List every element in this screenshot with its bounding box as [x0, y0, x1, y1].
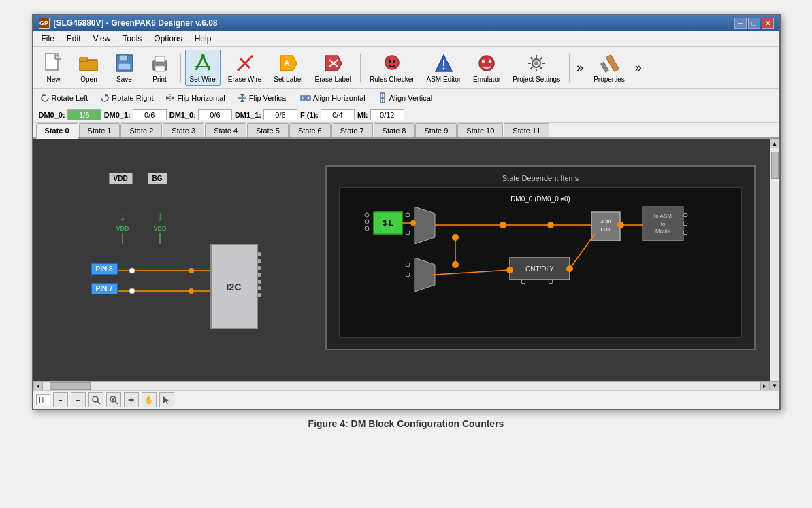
more-button[interactable]: »	[574, 58, 586, 78]
status-dm11: DM1_1: 0/6	[235, 109, 297, 120]
pin8-block[interactable]: PIN 8	[91, 263, 118, 275]
pin7-block[interactable]: PIN 7	[91, 283, 118, 294]
i2c-block[interactable]: I2C	[210, 244, 258, 329]
status-dm10: DM1_0: 0/6	[169, 109, 232, 120]
zoom-plus-button[interactable]: +	[71, 392, 86, 407]
canvas-area[interactable]: ↓ VDD ↓ VDD	[33, 139, 779, 390]
tab-state6[interactable]: State 6	[289, 123, 331, 137]
title-bar: GP [SLG46880V] - GreenPAK6 Designer v.6.…	[33, 15, 779, 31]
emulator-icon	[476, 52, 498, 74]
fliphorizontal-button[interactable]: Flip Horizontal	[163, 92, 227, 104]
svg-point-82	[365, 213, 369, 217]
maximize-button[interactable]: □	[748, 18, 760, 29]
eraselabel-icon	[322, 52, 344, 74]
zoom-in-button[interactable]	[106, 392, 121, 407]
svg-rect-11	[155, 66, 165, 71]
erasewire-button[interactable]: Erase Wire	[223, 50, 266, 86]
svg-point-62	[129, 288, 135, 294]
menu-view[interactable]: View	[88, 33, 116, 45]
open-button[interactable]: Open	[73, 50, 105, 86]
tab-state9[interactable]: State 9	[415, 123, 457, 137]
open-icon	[78, 52, 100, 74]
tab-state3[interactable]: State 3	[163, 123, 204, 137]
vdd-label-1: VDD	[109, 173, 133, 184]
asmeditor-button[interactable]: ASM Editor	[422, 50, 466, 86]
ruleschecker-label: Rules Checker	[370, 75, 415, 83]
rotateleft-button[interactable]: Rotate Left	[37, 92, 91, 104]
setlabel-button[interactable]: A Set Label	[269, 50, 307, 86]
rotateright-button[interactable]: Rotate Right	[97, 92, 156, 104]
scroll-right-button[interactable]: ►	[760, 382, 770, 391]
vertical-scroll-thumb[interactable]	[771, 152, 779, 179]
flipvertical-button[interactable]: Flip Vertical	[235, 92, 291, 104]
setwire-icon	[192, 52, 214, 74]
tab-state1[interactable]: State 1	[79, 123, 120, 137]
tab-state0[interactable]: State 0	[36, 123, 78, 139]
tab-state5[interactable]: State 5	[247, 123, 289, 137]
svg-point-83	[365, 220, 369, 224]
svg-marker-42	[240, 99, 244, 102]
new-button[interactable]: New	[37, 50, 70, 86]
zoom-reset-button[interactable]	[88, 392, 103, 407]
svg-marker-90	[415, 258, 435, 292]
tab-state4[interactable]: State 4	[205, 123, 246, 137]
print-button[interactable]: Print	[144, 50, 176, 86]
more-button-2[interactable]: »	[632, 58, 645, 78]
ruleschecker-button[interactable]: Rules Checker	[365, 50, 419, 86]
zoom-in-icon	[109, 395, 118, 405]
tab-state7[interactable]: State 7	[331, 123, 373, 137]
rotateright-label: Rotate Right	[112, 94, 153, 102]
horizontal-scroll-track[interactable]	[43, 382, 760, 390]
svg-text:State Dependent Items: State Dependent Items	[502, 174, 579, 182]
properties-button[interactable]: Properties	[589, 50, 630, 86]
menu-file[interactable]: File	[36, 33, 60, 45]
save-button[interactable]: Save	[108, 50, 141, 86]
status-dm00: DM0_0: 1/6	[39, 109, 101, 120]
zoom-minus-button[interactable]: −	[53, 392, 68, 407]
pan-button[interactable]: ✛	[124, 392, 139, 407]
fliphorizontal-icon	[165, 93, 175, 103]
alignvertical-button[interactable]: Align Vertical	[375, 91, 436, 105]
cursor-icon	[162, 395, 172, 405]
dm10-label: DM1_0:	[169, 111, 196, 119]
menu-tools[interactable]: Tools	[117, 33, 147, 45]
svg-point-28	[482, 60, 485, 63]
menu-edit[interactable]: Edit	[61, 33, 86, 45]
window-controls: ─ □ ✕	[734, 18, 774, 29]
tab-state10[interactable]: State 10	[457, 123, 503, 137]
eraselabel-button[interactable]: Erase Label	[310, 50, 356, 86]
svg-rect-33	[601, 62, 608, 72]
alignhorizontal-button[interactable]: Align Horizontal	[297, 92, 368, 104]
alignvertical-label: Align Vertical	[389, 94, 433, 102]
tab-state2[interactable]: State 2	[120, 123, 162, 137]
setwire-button[interactable]: Set Wire	[185, 50, 221, 86]
setlabel-icon: A	[277, 52, 299, 74]
vertical-scroll-track[interactable]	[770, 148, 779, 381]
vertical-scrollbar[interactable]: ▲ ▼	[770, 139, 779, 390]
svg-point-64	[189, 288, 194, 294]
bg-block: BG	[148, 173, 167, 184]
properties-icon	[598, 52, 620, 74]
horizontal-scroll-thumb[interactable]	[50, 382, 91, 390]
cursor-button[interactable]	[159, 392, 174, 407]
bottom-toolbar: | | | − + ✛ ✋	[33, 390, 779, 409]
save-label: Save	[116, 75, 132, 83]
tab-state11[interactable]: State 11	[504, 123, 549, 137]
projectsettings-button[interactable]: Project Settings	[508, 50, 565, 86]
alignhorizontal-label: Align Horizontal	[313, 94, 366, 102]
menu-help[interactable]: Help	[189, 33, 217, 45]
horizontal-scrollbar[interactable]: ◄ ►	[33, 381, 770, 390]
tab-state8[interactable]: State 8	[374, 123, 415, 137]
emulator-button[interactable]: Emulator	[468, 50, 505, 86]
close-button[interactable]: ✕	[762, 18, 774, 29]
minimize-button[interactable]: ─	[734, 18, 747, 29]
hand-button[interactable]: ✋	[142, 392, 157, 407]
asmeditor-icon	[433, 52, 455, 74]
svg-rect-108	[510, 258, 570, 280]
scroll-left-button[interactable]: ◄	[33, 382, 43, 391]
svg-point-94	[500, 222, 506, 228]
main-window: GP [SLG46880V] - GreenPAK6 Designer v.6.…	[32, 14, 781, 410]
scroll-up-button[interactable]: ▲	[770, 139, 779, 148]
scroll-down-button[interactable]: ▼	[770, 381, 779, 390]
menu-options[interactable]: Options	[148, 33, 187, 45]
